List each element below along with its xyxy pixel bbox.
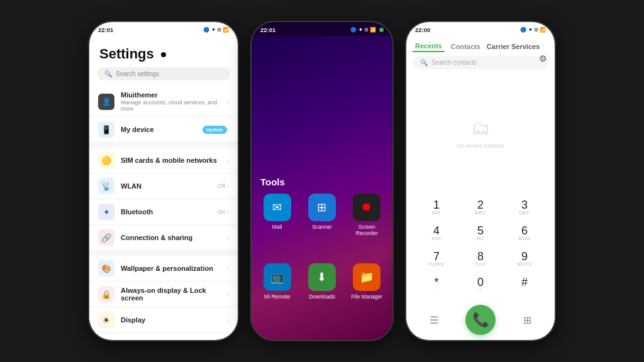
no-contacts-text: No recent contacts: [457, 143, 504, 149]
wallpaper-icon: 🎨: [98, 260, 114, 277]
status-dot-green: [379, 28, 384, 32]
update-badge: Update: [203, 126, 227, 134]
settings-item-miuithemer[interactable]: 👤 Miuithemer Manage accounts, cloud serv…: [89, 87, 238, 117]
mydevice-title: My device: [121, 126, 203, 133]
chevron-icon: ›: [227, 157, 229, 164]
phone2-screen: Tools ✉ Mail ⊞ Scanner: [252, 36, 392, 340]
settings-screen: Settings 🔍 Search settings 👤 Miuithemer …: [89, 36, 238, 340]
key-0[interactable]: 0 +: [459, 273, 502, 297]
settings-item-mydevice[interactable]: 📱 My device Update ›: [89, 117, 238, 143]
search-placeholder: Search contacts: [431, 59, 477, 66]
tab-recents[interactable]: Recents: [413, 41, 445, 52]
phone3-time: 22:00: [415, 26, 430, 33]
keypad-toggle-button[interactable]: ⊞: [516, 309, 538, 331]
settings-item-sim[interactable]: 🟡 SIM cards & mobile networks ›: [89, 148, 238, 173]
dialer-tabs: Recents Contacts Carrier Services: [406, 36, 555, 55]
keypad: 1 GIF 2 ABC 3 DEF 4 GHI: [406, 193, 555, 300]
search-placeholder: Search settings: [116, 70, 159, 77]
mi-remote-icon: 📺: [264, 263, 291, 291]
chevron-icon: ›: [227, 291, 229, 298]
miuithemer-subtitle: Manage accounts, cloud services, and mor…: [121, 99, 227, 112]
aod-title: Always-on display & Lock screen: [121, 287, 227, 302]
phone2-status-icons: 🔵 ✦ ⊙ 📶: [350, 27, 384, 33]
mail-label: Mail: [272, 224, 282, 230]
mi-remote-label: Mi Remote: [264, 293, 290, 300]
search-icon: 🔍: [420, 59, 428, 66]
display-title: Display: [121, 316, 227, 324]
app-mi-remote[interactable]: 📺 Mi Remote: [258, 263, 296, 321]
app-scanner[interactable]: ⊞ Scanner: [303, 194, 341, 258]
tab-contacts[interactable]: Contacts: [448, 41, 483, 52]
dialer-search[interactable]: 🔍 Search contacts: [413, 56, 548, 69]
chevron-icon: ›: [227, 265, 229, 272]
phone1-status-bar: 22:01 🔵 ✦ ⊙ 📶: [89, 22, 238, 36]
bluetooth-icon: ✦: [98, 204, 114, 220]
scanner-icon: ⊞: [308, 194, 336, 221]
gear-icon[interactable]: ⚙: [539, 53, 547, 63]
app-file-manager[interactable]: 📁 File Manager: [348, 263, 386, 321]
phone2-time: 22:01: [260, 26, 275, 33]
key-6[interactable]: 6 MNO: [503, 221, 546, 246]
key-7[interactable]: 7 PQRS: [415, 247, 458, 272]
phone-2: 22:01 🔵 ✦ ⊙ 📶 Tools ✉ Mail: [250, 21, 394, 341]
phone-1: 22:01 🔵 ✦ ⊙ 📶 Settings 🔍 Search settings…: [88, 21, 239, 341]
settings-item-bluetooth[interactable]: ✦ Bluetooth On ›: [89, 199, 238, 225]
key-9[interactable]: 9 WXYZ: [503, 247, 546, 272]
app-screen-recorder[interactable]: ⏺ Screen Recorder: [348, 194, 386, 258]
chevron-icon: ›: [227, 317, 229, 324]
mail-icon: ✉: [264, 194, 291, 221]
app-grid: ✉ Mail ⊞ Scanner ⏺ Screen: [258, 194, 386, 322]
scanner-label: Scanner: [312, 224, 332, 230]
downloads-icon: ⬇: [308, 263, 336, 291]
no-contacts-icon: 🗂: [471, 118, 490, 139]
file-manager-label: File Manager: [352, 293, 383, 300]
display-icon: ☀: [98, 312, 114, 328]
settings-item-wallpaper[interactable]: 🎨 Wallpaper & personalization ›: [89, 256, 238, 282]
phones-container: 22:01 🔵 ✦ ⊙ 📶 Settings 🔍 Search settings…: [0, 0, 644, 362]
phone3-screen: Recents Contacts Carrier Services ⚙ 🔍 Se…: [406, 36, 555, 340]
dialer-screen: Recents Contacts Carrier Services ⚙ 🔍 Se…: [406, 36, 555, 340]
mydevice-icon: 📱: [98, 121, 114, 138]
call-button[interactable]: 📞: [465, 305, 496, 335]
key-5[interactable]: 5 JKL: [459, 221, 502, 246]
menu-button[interactable]: ☰: [423, 309, 445, 331]
wlan-status: Off ›: [218, 183, 229, 190]
wlan-icon: 📡: [98, 178, 114, 194]
phone1-time: 22:01: [98, 26, 113, 33]
tab-carrier[interactable]: Carrier Services: [487, 43, 540, 50]
key-3[interactable]: 3 DEF: [503, 195, 546, 220]
key-hash[interactable]: #: [503, 273, 546, 297]
search-icon: 🔍: [104, 70, 112, 77]
settings-item-wlan[interactable]: 📡 WLAN Off ›: [89, 173, 238, 199]
phone2-status-bar: 22:01 🔵 ✦ ⊙ 📶: [252, 22, 392, 36]
key-star[interactable]: * ,: [415, 273, 458, 297]
phone-icon: 📞: [472, 312, 489, 328]
downloads-label: Downloads: [309, 293, 335, 300]
app-downloads[interactable]: ⬇ Downloads: [303, 263, 341, 321]
wlan-title: WLAN: [121, 182, 218, 190]
bluetooth-title: Bluetooth: [121, 208, 218, 216]
menu-icon: ☰: [430, 314, 438, 326]
app-mail[interactable]: ✉ Mail: [258, 194, 296, 258]
sim-icon: 🟡: [98, 152, 114, 168]
sim-title: SIM cards & mobile networks: [121, 156, 227, 164]
key-2[interactable]: 2 ABC: [459, 195, 502, 220]
phone1-screen: Settings 🔍 Search settings 👤 Miuithemer …: [89, 36, 238, 340]
chevron-icon: ›: [227, 126, 229, 133]
dialer-actions: ☰ 📞 ⊞: [406, 302, 555, 340]
key-8[interactable]: 8 TUV: [459, 247, 502, 272]
settings-item-aod[interactable]: 🔒 Always-on display & Lock screen ›: [89, 282, 238, 307]
phone3-status-icons: 🔵 ✦ ⊙ 📶: [520, 27, 546, 33]
phone-3: 22:00 🔵 ✦ ⊙ 📶 Recents Contacts Carrier S…: [405, 21, 556, 341]
keypad-icon: ⊞: [523, 314, 531, 326]
aod-icon: 🔒: [98, 286, 114, 302]
settings-item-connection[interactable]: 🔗 Connection & sharing ›: [89, 225, 238, 251]
key-4[interactable]: 4 GHI: [415, 221, 458, 246]
phone1-status-icons: 🔵 ✦ ⊙ 📶: [203, 27, 229, 33]
miuithemer-title: Miuithemer: [121, 91, 227, 99]
settings-item-display[interactable]: ☀ Display ›: [89, 307, 238, 333]
key-1[interactable]: 1 GIF: [415, 195, 458, 220]
settings-search[interactable]: 🔍 Search settings: [97, 67, 230, 80]
connection-title: Connection & sharing: [121, 234, 227, 241]
file-manager-icon: 📁: [353, 263, 380, 291]
